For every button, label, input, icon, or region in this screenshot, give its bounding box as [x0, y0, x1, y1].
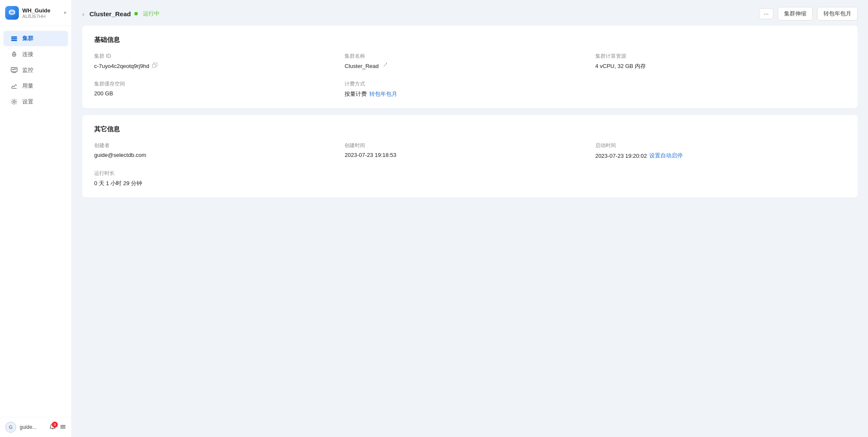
cluster-label: 集群: [22, 35, 33, 42]
footer-icons: 9: [49, 423, 66, 431]
sidebar: WH_Guide ALBJ67HH ▾ 集群: [0, 0, 72, 437]
runtime-item: 运行时长 0 天 1 小时 29 分钟: [94, 170, 345, 187]
convert-plan-button[interactable]: 转包年包月: [817, 7, 858, 21]
monitor-label: 监控: [22, 66, 33, 74]
svg-rect-4: [11, 40, 17, 41]
created-time-label: 创建时间: [345, 142, 595, 149]
svg-rect-10: [60, 428, 65, 428]
other-info-grid: 创建者 guide@selectdb.com 创建时间 2023-07-23 1…: [94, 142, 846, 187]
sidebar-item-settings[interactable]: 设置: [3, 94, 68, 109]
topbar-right: ··· 集群伸缩 转包年包月: [759, 7, 858, 21]
cluster-name-item: 集群名称 Cluster_Read: [345, 53, 595, 70]
settings-label: 设置: [22, 98, 33, 106]
chevron-down-icon[interactable]: ▾: [64, 10, 66, 16]
svg-rect-11: [152, 64, 155, 68]
usage-icon: [10, 82, 18, 90]
more-button[interactable]: ···: [759, 8, 773, 19]
cluster-storage-label: 集群缓存空间: [94, 80, 345, 88]
runtime-value: 0 天 1 小时 29 分钟: [94, 180, 345, 187]
sidebar-nav: 集群 连接 监控: [0, 26, 71, 417]
back-arrow-icon: ‹: [82, 10, 84, 18]
monitor-icon: [10, 66, 18, 74]
sidebar-item-monitor[interactable]: 监控: [3, 62, 68, 78]
back-button[interactable]: ‹: [82, 10, 86, 18]
sidebar-footer: G guide... 9: [0, 417, 71, 437]
status-text: 运行中: [143, 10, 160, 18]
content-area: 基础信息 集群 ID c-7uyo4c2qeotq9rj9hd: [72, 26, 868, 215]
start-time-label: 启动时间: [595, 142, 846, 149]
menu-icon[interactable]: [59, 423, 66, 431]
svg-rect-6: [12, 88, 17, 89]
other-info-title: 其它信息: [94, 125, 846, 133]
notification-bell[interactable]: 9: [49, 423, 56, 431]
scale-cluster-button[interactable]: 集群伸缩: [778, 7, 813, 21]
sidebar-item-cluster[interactable]: 集群: [3, 31, 68, 46]
notification-badge: 9: [52, 422, 58, 428]
workspace-name: WH_Guide: [22, 7, 60, 14]
copy-icon[interactable]: [152, 62, 158, 69]
cluster-icon: [10, 35, 18, 42]
start-time-value: 2023-07-23 19:20:02 设置自动启停: [595, 152, 846, 159]
creator-label: 创建者: [94, 142, 345, 149]
connect-icon: [10, 50, 18, 58]
cluster-resources-value: 4 vCPU, 32 GB 内存: [595, 62, 846, 70]
billing-item: 计费方式 按量计费 转包年包月: [345, 80, 595, 98]
basic-info-grid: 集群 ID c-7uyo4c2qeotq9rj9hd 集群名称: [94, 53, 846, 98]
billing-label: 计费方式: [345, 80, 595, 88]
sidebar-header[interactable]: WH_Guide ALBJ67HH ▾: [0, 0, 71, 26]
creator-item: 创建者 guide@selectdb.com: [94, 142, 345, 159]
sidebar-item-connect[interactable]: 连接: [3, 47, 68, 62]
avatar: G: [5, 422, 16, 433]
svg-point-1: [9, 10, 15, 13]
status-indicator: [134, 12, 138, 15]
cluster-id-label: 集群 ID: [94, 53, 345, 60]
workspace-info: WH_Guide ALBJ67HH: [22, 7, 60, 19]
start-time-item: 启动时间 2023-07-23 19:20:02 设置自动启停: [595, 142, 846, 159]
workspace-id: ALBJ67HH: [22, 14, 60, 19]
edit-icon[interactable]: [381, 62, 387, 69]
svg-rect-8: [60, 425, 65, 426]
cluster-id-item: 集群 ID c-7uyo4c2qeotq9rj9hd: [94, 53, 345, 70]
cluster-resources-label: 集群计算资源: [595, 53, 846, 60]
auto-stop-link[interactable]: 设置自动启停: [649, 152, 683, 159]
other-info-card: 其它信息 创建者 guide@selectdb.com 创建时间 2023-07…: [82, 115, 858, 198]
runtime-label: 运行时长: [94, 170, 345, 177]
cluster-storage-item: 集群缓存空间 200 GB: [94, 80, 345, 98]
created-time-value: 2023-07-23 19:18:53: [345, 152, 595, 158]
svg-rect-2: [11, 36, 17, 38]
cluster-name-label: 集群名称: [345, 53, 595, 60]
sidebar-logo: [5, 6, 19, 20]
cluster-name-heading: Cluster_Read: [89, 10, 131, 18]
settings-icon: [10, 98, 18, 106]
cluster-storage-value: 200 GB: [94, 90, 345, 97]
connect-label: 连接: [22, 50, 33, 58]
sidebar-item-usage[interactable]: 用量: [3, 78, 68, 94]
cluster-name-value-display: Cluster_Read: [345, 62, 595, 69]
user-name: guide...: [20, 424, 46, 430]
basic-info-card: 基础信息 集群 ID c-7uyo4c2qeotq9rj9hd: [82, 26, 858, 108]
main-content: ‹ Cluster_Read 运行中 ··· 集群伸缩 转包年包月 基础信息 集…: [72, 0, 868, 437]
svg-point-7: [13, 101, 15, 103]
cluster-resources-item: 集群计算资源 4 vCPU, 32 GB 内存: [595, 53, 846, 70]
usage-label: 用量: [22, 82, 33, 90]
billing-convert-link[interactable]: 转包年包月: [369, 90, 397, 98]
cluster-id-value: c-7uyo4c2qeotq9rj9hd: [94, 62, 345, 69]
svg-rect-9: [60, 426, 65, 427]
topbar: ‹ Cluster_Read 运行中 ··· 集群伸缩 转包年包月: [72, 0, 868, 26]
creator-value: guide@selectdb.com: [94, 152, 345, 158]
basic-info-title: 基础信息: [94, 36, 846, 44]
created-time-item: 创建时间 2023-07-23 19:18:53: [345, 142, 595, 159]
topbar-left: ‹ Cluster_Read 运行中: [82, 10, 160, 18]
billing-value: 按量计费 转包年包月: [345, 90, 595, 98]
svg-rect-3: [11, 38, 17, 39]
